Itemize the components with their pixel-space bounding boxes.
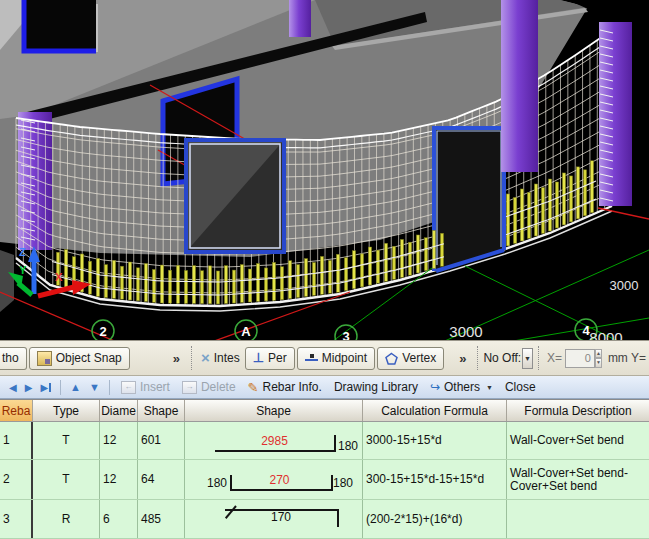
table-row-3[interactable]: 3 R 6 485 170 (200-2*15)+(16*d) xyxy=(0,500,649,539)
object-snap-label: Object Snap xyxy=(56,351,122,365)
shape-right-length: 180 xyxy=(333,477,353,490)
delete-icon: → xyxy=(182,381,197,394)
mesh-window-opening xyxy=(186,140,284,252)
y-coordinate-label: mm Y= xyxy=(608,351,646,365)
midpoint-label: Midpoint xyxy=(322,351,367,365)
cell-formula[interactable]: 3000-15+15*d xyxy=(363,422,507,459)
vertex-button[interactable]: Vertex xyxy=(377,347,444,370)
app-window: 2 A 3 4 3000 3000 8000 xyxy=(0,0,649,539)
shape-line xyxy=(230,475,333,491)
delete-button[interactable]: → Delete xyxy=(182,380,236,394)
others-button[interactable]: ↪ Others ▼ xyxy=(430,380,493,394)
table-header-row: Reba Type Diame Shape Shape Calculation … xyxy=(0,399,649,422)
cell-formula[interactable]: 300-15+15*d-15+15*d xyxy=(363,460,507,499)
header-diameter[interactable]: Diame xyxy=(100,400,138,421)
ortho-button[interactable]: tho xyxy=(0,347,27,370)
cell-shape-code[interactable]: 485 xyxy=(138,500,185,538)
nav-last-button[interactable]: ▶ xyxy=(40,382,51,393)
object-snap-icon xyxy=(37,351,52,366)
cell-shape-diagram[interactable]: 180 270 180 xyxy=(185,460,363,499)
intersection-label: Intes xyxy=(214,351,240,365)
cell-description[interactable] xyxy=(507,500,649,538)
others-dropdown-arrow: ▼ xyxy=(486,384,493,391)
nav-next-button[interactable]: ▶ xyxy=(25,382,33,393)
column-top-small xyxy=(289,0,311,37)
cell-no[interactable]: 3 xyxy=(0,500,33,538)
toolbar-overflow-chevron-2[interactable]: » xyxy=(459,351,466,366)
cell-diameter[interactable]: 12 xyxy=(100,460,138,499)
cell-shape-diagram[interactable]: 170 xyxy=(185,500,363,538)
insert-icon: ← xyxy=(121,381,136,394)
header-rebar-no[interactable]: Reba xyxy=(0,400,33,421)
shape-main-length: 170 xyxy=(225,511,337,524)
dimension-right: 3000 xyxy=(610,278,639,293)
cell-type[interactable]: T xyxy=(33,422,100,459)
rebar-info-icon: ✎ xyxy=(248,380,259,395)
drawing-library-label: Drawing Library xyxy=(334,380,418,394)
cell-no[interactable]: 2 xyxy=(0,460,33,499)
axis-y-label: Y xyxy=(19,264,27,276)
drawing-library-button[interactable]: Drawing Library xyxy=(334,380,418,394)
column-center xyxy=(501,0,538,172)
header-shape-code[interactable]: Shape xyxy=(138,400,185,421)
header-shape[interactable]: Shape xyxy=(185,400,363,421)
shape-left-length: 180 xyxy=(195,477,227,490)
cell-shape-diagram[interactable]: 2985 180 xyxy=(185,422,363,459)
x-coordinate-stepper[interactable]: ▲▼ xyxy=(595,349,602,368)
grid-bubble-label: A xyxy=(241,324,251,339)
toolbar-gripper[interactable] xyxy=(191,346,192,370)
midpoint-button[interactable]: Midpoint xyxy=(297,347,375,370)
cell-no[interactable]: 1 xyxy=(0,422,33,459)
offset-dropdown-button[interactable]: ▼ xyxy=(522,348,533,369)
intersection-snap[interactable]: × Intes xyxy=(197,351,244,365)
move-up-button[interactable]: ▲ xyxy=(70,381,81,393)
snap-toolbar: tho Object Snap » × Intes ⊥ Per Midpoint… xyxy=(0,340,649,376)
cad-viewport[interactable]: 2 A 3 4 3000 3000 8000 xyxy=(0,0,649,340)
rebar-table: Reba Type Diame Shape Shape Calculation … xyxy=(0,399,649,539)
close-button[interactable]: Close xyxy=(505,380,536,394)
table-row-1[interactable]: 1 T 12 601 2985 180 3000-15+15*d Wall-Co… xyxy=(0,422,649,460)
cell-description[interactable]: Wall-Cover+Set bend-Cover+Set bend xyxy=(507,460,649,499)
vertex-label: Vertex xyxy=(402,351,436,365)
cell-formula[interactable]: (200-2*15)+(16*d) xyxy=(363,500,507,538)
table-row-2[interactable]: 2 T 12 64 180 270 180 300-15+15*d-15+15*… xyxy=(0,460,649,500)
cell-type[interactable]: R xyxy=(33,500,100,538)
ortho-button-label: tho xyxy=(2,351,19,365)
close-label: Close xyxy=(505,380,536,394)
rebar-info-button[interactable]: ✎ Rebar Info. xyxy=(248,380,322,395)
insert-button[interactable]: ← Insert xyxy=(121,380,170,394)
rebar-shape-601: 2985 180 xyxy=(185,422,362,459)
grid-bubble-label: 2 xyxy=(99,324,106,339)
x-coordinate-input[interactable]: 0 xyxy=(565,349,595,368)
shape-line xyxy=(215,435,336,452)
toolbar-separator xyxy=(538,346,539,370)
header-formula[interactable]: Calculation Formula xyxy=(363,400,507,421)
delete-label: Delete xyxy=(201,380,236,394)
header-type[interactable]: Type xyxy=(33,400,100,421)
rebar-shape-64: 180 270 180 xyxy=(185,460,362,499)
header-description[interactable]: Formula Description xyxy=(507,400,649,421)
cell-diameter[interactable]: 6 xyxy=(100,500,138,538)
offset-mode-label: No Off: xyxy=(483,351,521,365)
rebar-shape-485: 170 xyxy=(185,500,362,538)
perpendicular-button[interactable]: ⊥ Per xyxy=(245,347,295,370)
cell-shape-code[interactable]: 64 xyxy=(138,460,185,499)
axis-z-label: Z xyxy=(19,246,26,258)
perpendicular-label: Per xyxy=(268,351,287,365)
toolbar-overflow-chevron[interactable]: » xyxy=(173,351,180,366)
cell-diameter[interactable]: 12 xyxy=(100,422,138,459)
others-icon: ↪ xyxy=(430,380,440,394)
cell-shape-code[interactable]: 601 xyxy=(138,422,185,459)
object-snap-button[interactable]: Object Snap xyxy=(29,347,130,370)
grid-bubble-label: 3 xyxy=(342,329,349,340)
perpendicular-icon: ⊥ xyxy=(253,352,264,364)
toolbar-separator-2 xyxy=(109,380,110,395)
shape-right-length: 180 xyxy=(338,440,358,453)
nav-first-button[interactable]: ◀ xyxy=(9,382,17,393)
dimension-bottom-right: 8000 xyxy=(589,329,622,340)
others-label: Others xyxy=(444,380,480,394)
cell-type[interactable]: T xyxy=(33,460,100,499)
cell-description[interactable]: Wall-Cover+Set bend xyxy=(507,422,649,459)
move-down-button[interactable]: ▼ xyxy=(89,381,100,393)
toolbar-gripper-2[interactable] xyxy=(477,346,478,370)
